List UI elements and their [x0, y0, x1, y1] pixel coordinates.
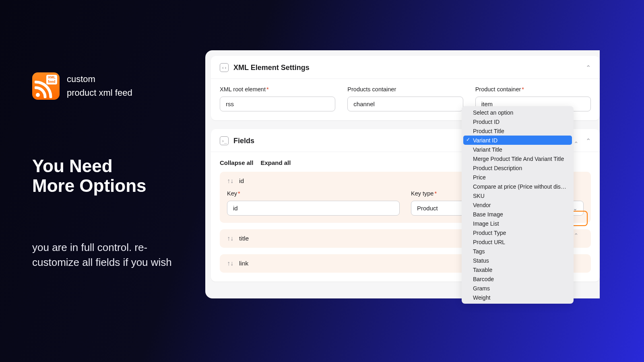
terminal-icon: ›_ [220, 136, 229, 145]
dropdown-option[interactable]: Product Title [463, 126, 572, 136]
chevron-up-icon[interactable]: ⌃ [574, 232, 579, 239]
dropdown-option[interactable]: Tags [463, 247, 572, 256]
dropdown-option[interactable]: Compare at price (Price without discount… [463, 182, 572, 191]
sort-icon[interactable]: ↑↓ [227, 235, 233, 242]
svg-point-0 [36, 93, 40, 97]
highlighted-select-outline [572, 211, 588, 226]
headline: You Need More Options [32, 156, 185, 196]
dropdown-option[interactable]: Product ID [463, 117, 572, 126]
dropdown-option[interactable]: Variant ID [463, 136, 572, 145]
dropdown-option[interactable]: Taxable [463, 265, 572, 274]
app-logo: XMLfeed [32, 72, 60, 100]
chevron-up-icon[interactable]: ⌃ [586, 64, 591, 72]
rss-icon [35, 78, 55, 98]
xml-settings-header[interactable]: ‹› XML Element Settings ⌃ [211, 56, 600, 79]
sort-icon[interactable]: ↑↓ [227, 260, 233, 267]
dropdown-option[interactable]: SKU [463, 191, 572, 200]
field-name-title: title [239, 235, 249, 242]
xml-settings-title: XML Element Settings [233, 64, 310, 72]
brand-text: custom product xml feed [67, 72, 132, 100]
dropdown-option[interactable]: Status [463, 256, 572, 265]
dropdown-option[interactable]: Weight [463, 293, 572, 302]
value-dropdown[interactable]: Select an optionProduct IDProduct TitleV… [462, 106, 574, 304]
dropdown-option[interactable]: Variant Title [463, 145, 572, 154]
dropdown-option[interactable]: Select an option [463, 108, 572, 117]
dropdown-option[interactable]: Price [463, 173, 572, 182]
root-element-input[interactable] [220, 97, 335, 111]
products-container-label: Products container [347, 86, 463, 93]
dropdown-option[interactable]: Product Type [463, 228, 572, 237]
dropdown-option[interactable]: Base Image [463, 210, 572, 219]
product-container-label: Product container* [475, 86, 591, 93]
dropdown-option[interactable]: Grams [463, 284, 572, 293]
dropdown-option[interactable]: Merge Product Title And Variant Title [463, 154, 572, 163]
field-name-link: link [239, 260, 248, 267]
expand-all-button[interactable]: Expand all [260, 159, 291, 166]
products-container-input[interactable] [347, 97, 463, 111]
dropdown-option[interactable]: Product URL [463, 237, 572, 247]
key-input[interactable] [227, 201, 400, 216]
chevron-up-icon[interactable]: ⌃ [574, 140, 579, 148]
keytype-value: Product [417, 205, 438, 212]
key-label: Key* [227, 190, 400, 197]
fields-title: Fields [233, 137, 254, 145]
collapse-all-button[interactable]: Collapse all [220, 159, 253, 166]
code-icon: ‹› [220, 63, 229, 72]
subtext: you are in full control. re-customize al… [32, 240, 185, 270]
dropdown-option[interactable]: Product Description [463, 163, 572, 173]
field-name-id: id [239, 177, 244, 185]
root-element-label: XML root element* [220, 86, 335, 93]
dropdown-option[interactable]: Barcode [463, 274, 572, 284]
chevron-up-icon[interactable]: ⌃ [586, 137, 591, 145]
sort-icon[interactable]: ↑↓ [227, 177, 233, 185]
dropdown-option[interactable]: Image List [463, 219, 572, 228]
dropdown-option[interactable]: Vendor [463, 200, 572, 210]
